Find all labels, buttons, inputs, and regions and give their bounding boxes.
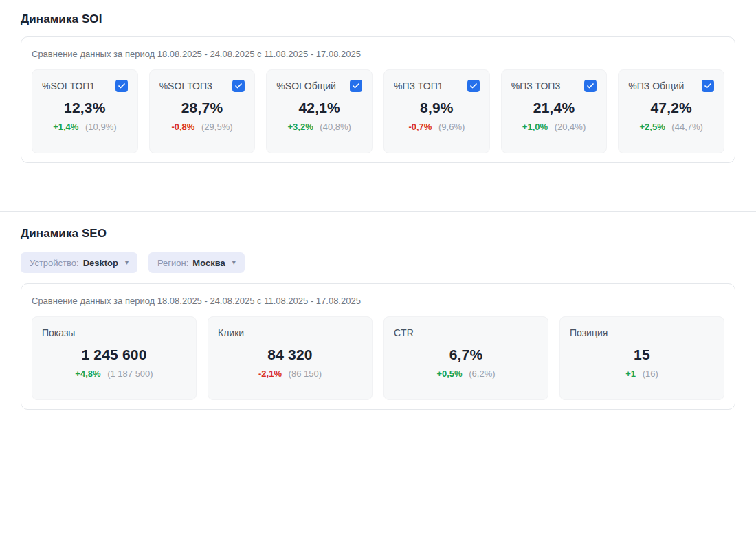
metric-card-position: Позиция 15 +1 (16) bbox=[559, 316, 724, 400]
region-filter-value: Москва bbox=[192, 258, 225, 268]
metric-label: %ПЗ Общий bbox=[628, 80, 684, 91]
metric-value: 84 320 bbox=[218, 346, 362, 363]
metric-delta: -0,7% bbox=[408, 122, 432, 132]
metric-delta: +1 bbox=[625, 368, 636, 379]
check-icon bbox=[586, 82, 594, 90]
metric-card-impressions: Показы 1 245 600 +4,8% (1 187 500) bbox=[32, 316, 197, 400]
metric-delta: +2,5% bbox=[640, 122, 665, 132]
soi-panel: Сравнение данных за период 18.08.2025 - … bbox=[21, 36, 735, 163]
seo-panel: Сравнение данных за период 18.08.2025 - … bbox=[21, 283, 735, 410]
check-icon bbox=[469, 82, 478, 90]
metric-label: Позиция bbox=[570, 327, 608, 338]
metric-delta: -2,1% bbox=[258, 368, 282, 379]
metric-previous: (10,9%) bbox=[85, 122, 117, 132]
metric-value: 15 bbox=[570, 346, 714, 363]
soi-metrics-row: %SOI ТОП1 12,3% +1,4% (10,9%) %SOI ТОП3 … bbox=[32, 69, 724, 153]
metric-label: %SOI ТОП1 bbox=[42, 80, 95, 91]
metric-value: 47,2% bbox=[628, 100, 714, 116]
check-icon bbox=[704, 82, 712, 90]
metric-label: %ПЗ ТОП1 bbox=[394, 80, 443, 91]
metric-value: 28,7% bbox=[159, 100, 245, 116]
metric-previous: (6,2%) bbox=[469, 368, 495, 379]
dashboard-page: Динамика SOI Сравнение данных за период … bbox=[0, 0, 756, 410]
seo-filters: Устройство: Desktop ▾ Регион: Москва ▾ bbox=[21, 252, 735, 273]
metric-label: Клики bbox=[218, 327, 244, 338]
metric-card-soi-top3: %SOI ТОП3 28,7% -0,8% (29,5%) bbox=[149, 69, 256, 153]
metric-value: 12,3% bbox=[42, 100, 128, 116]
device-filter-dropdown[interactable]: Устройство: Desktop ▾ bbox=[21, 252, 137, 273]
seo-section: Динамика SEO Устройство: Desktop ▾ Регио… bbox=[21, 227, 735, 410]
metric-checkbox[interactable] bbox=[350, 80, 362, 92]
metric-card-soi-total: %SOI Общий 42,1% +3,2% (40,8%) bbox=[266, 69, 373, 153]
soi-comparison-text: Сравнение данных за период 18.08.2025 - … bbox=[32, 49, 724, 59]
metric-card-pz-top1: %ПЗ ТОП1 8,9% -0,7% (9,6%) bbox=[383, 69, 490, 153]
check-icon bbox=[118, 82, 126, 90]
chevron-down-icon: ▾ bbox=[232, 259, 236, 266]
metric-previous: (86 150) bbox=[289, 368, 322, 379]
metric-label: %SOI ТОП3 bbox=[159, 80, 212, 91]
region-filter-label: Регион: bbox=[157, 258, 188, 268]
metric-label: %SOI Общий bbox=[276, 80, 336, 91]
metric-card-clicks: Клики 84 320 -2,1% (86 150) bbox=[208, 316, 373, 400]
metric-delta: +0,5% bbox=[436, 368, 462, 379]
metric-previous: (44,7%) bbox=[671, 122, 703, 132]
metric-previous: (29,5%) bbox=[201, 122, 233, 132]
metric-delta: +1,4% bbox=[53, 122, 78, 132]
check-icon bbox=[352, 82, 360, 90]
metric-value: 6,7% bbox=[394, 346, 538, 363]
chevron-down-icon: ▾ bbox=[125, 259, 129, 266]
check-icon bbox=[234, 82, 243, 90]
metric-card-ctr: CTR 6,7% +0,5% (6,2%) bbox=[383, 316, 548, 400]
metric-checkbox[interactable] bbox=[702, 80, 714, 92]
device-filter-label: Устройство: bbox=[30, 258, 79, 268]
metric-delta: +4,8% bbox=[75, 368, 100, 379]
metric-label: Показы bbox=[42, 327, 75, 338]
metric-card-soi-top1: %SOI ТОП1 12,3% +1,4% (10,9%) bbox=[32, 69, 138, 153]
metric-checkbox[interactable] bbox=[232, 80, 245, 92]
metric-value: 21,4% bbox=[511, 100, 597, 116]
metric-checkbox[interactable] bbox=[584, 80, 597, 92]
metric-previous: (9,6%) bbox=[438, 122, 465, 132]
region-filter-dropdown[interactable]: Регион: Москва ▾ bbox=[148, 252, 245, 273]
metric-delta: +1,0% bbox=[522, 122, 548, 132]
metric-card-pz-total: %ПЗ Общий 47,2% +2,5% (44,7%) bbox=[618, 69, 724, 153]
metric-previous: (1 187 500) bbox=[107, 368, 153, 379]
metric-delta: +3,2% bbox=[287, 122, 313, 132]
metric-label: %ПЗ ТОП3 bbox=[511, 80, 561, 91]
metric-value: 1 245 600 bbox=[42, 346, 186, 363]
metric-value: 8,9% bbox=[394, 100, 480, 116]
soi-section-title: Динамика SOI bbox=[21, 12, 735, 26]
soi-section: Динамика SOI Сравнение данных за период … bbox=[21, 12, 735, 163]
metric-checkbox[interactable] bbox=[115, 80, 128, 92]
metric-checkbox[interactable] bbox=[467, 80, 480, 92]
metric-previous: (20,4%) bbox=[555, 122, 586, 132]
seo-comparison-text: Сравнение данных за период 18.08.2025 - … bbox=[32, 296, 724, 306]
metric-delta: -0,8% bbox=[171, 122, 194, 132]
metric-label: CTR bbox=[394, 327, 414, 338]
device-filter-value: Desktop bbox=[83, 258, 118, 268]
metric-value: 42,1% bbox=[276, 100, 362, 116]
metric-previous: (40,8%) bbox=[320, 122, 351, 132]
metric-previous: (16) bbox=[643, 368, 658, 379]
seo-section-title: Динамика SEO bbox=[21, 227, 735, 241]
metric-card-pz-top3: %ПЗ ТОП3 21,4% +1,0% (20,4%) bbox=[501, 69, 608, 153]
seo-metrics-row: Показы 1 245 600 +4,8% (1 187 500) Клики… bbox=[32, 316, 724, 400]
section-divider bbox=[0, 211, 756, 212]
